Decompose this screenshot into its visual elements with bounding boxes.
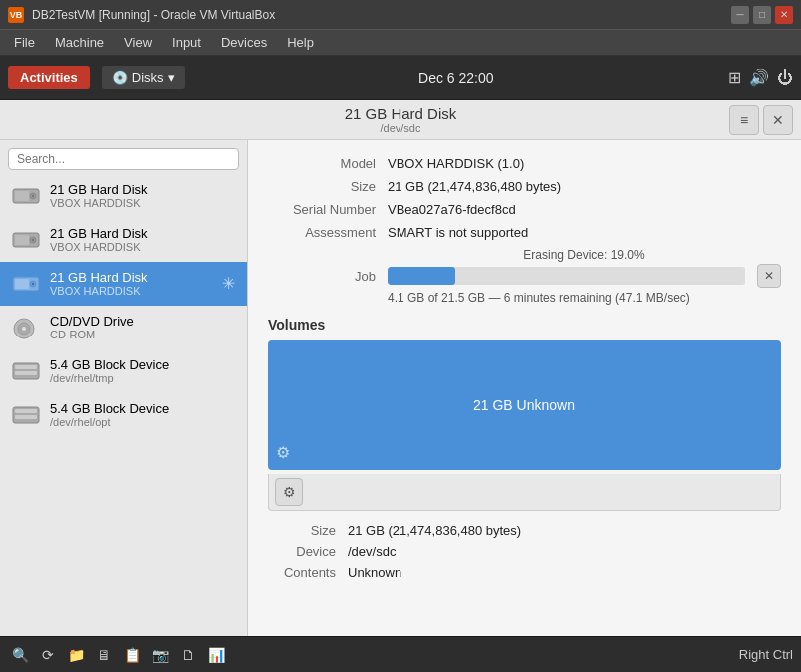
taskbar-search-icon[interactable]: 🔍 — [8, 643, 32, 667]
clock: Dec 6 22:00 — [185, 70, 728, 86]
progress-bar — [388, 267, 745, 285]
menu-file[interactable]: File — [4, 33, 45, 52]
size-value: 21 GB (21,474,836,480 bytes) — [388, 179, 561, 194]
volume-device-row: Device /dev/sdc — [268, 544, 781, 559]
assessment-value: SMART is not supported — [388, 225, 528, 240]
chevron-down-icon: ▾ — [168, 70, 175, 85]
window-title: DB2TestVM [Running] - Oracle VM VirtualB… — [32, 8, 723, 22]
block-icon — [12, 360, 40, 382]
assessment-label: Assessment — [268, 225, 388, 240]
device-info: 21 GB Hard Disk VBOX HARDDISK — [50, 226, 235, 253]
svg-rect-20 — [15, 415, 37, 419]
detail-panel: Model VBOX HARDDISK (1.0) Size 21 GB (21… — [248, 140, 801, 636]
activities-button[interactable]: Activities — [8, 66, 90, 89]
volume-toolbar: ⚙ — [268, 474, 781, 511]
disks-button[interactable]: 💿 Disks ▾ — [102, 66, 185, 89]
sidebar-item-hdd1[interactable]: 21 GB Hard Disk VBOX HARDDISK — [0, 174, 247, 218]
serial-value: VBea027a76-fdecf8cd — [388, 202, 516, 217]
spinner-icon: ✳ — [222, 274, 235, 293]
content-area: 21 GB Hard Disk VBOX HARDDISK 21 GB Hard… — [0, 140, 801, 636]
model-value: VBOX HARDDISK (1.0) — [388, 156, 524, 171]
taskbar: 🔍 ⟳ 📁 🖥 📋 📷 🗋 📊 Right Ctrl — [0, 636, 801, 672]
window-toolbar: ≡ ✕ — [729, 105, 793, 135]
job-row: Job Erasing Device: 19.0% ✕ 4.1 GB of 21… — [268, 248, 781, 305]
menu-input[interactable]: Input — [162, 33, 211, 52]
device-sub: VBOX HARDDISK — [50, 197, 235, 209]
device-info: 21 GB Hard Disk VBOX HARDDISK — [50, 182, 235, 209]
taskbar-chart-icon[interactable]: 📊 — [204, 643, 228, 667]
close-button[interactable]: ✕ — [775, 6, 793, 24]
sidebar-header — [0, 144, 247, 174]
model-row: Model VBOX HARDDISK (1.0) — [268, 156, 781, 171]
block-icon — [12, 404, 40, 426]
sidebar-item-hdd2[interactable]: 21 GB Hard Disk VBOX HARDDISK — [0, 218, 247, 262]
svg-rect-1 — [15, 191, 29, 201]
volume-visual: 21 GB Unknown ⚙ — [268, 340, 781, 470]
hdd-icon — [12, 273, 40, 295]
volume-gear-icon[interactable]: ⚙ — [276, 443, 290, 462]
serial-label: Serial Number — [268, 202, 388, 217]
title-bar: VB DB2TestVM [Running] - Oracle VM Virtu… — [0, 0, 801, 30]
sidebar-item-block1[interactable]: 5.4 GB Block Device /dev/rhel/tmp — [0, 349, 247, 393]
window-close-button[interactable]: ✕ — [763, 105, 793, 135]
taskbar-file-icon[interactable]: 🗋 — [176, 643, 200, 667]
stop-job-button[interactable]: ✕ — [757, 264, 781, 288]
device-sub: VBOX HARDDISK — [50, 241, 235, 253]
app-icon: VB — [8, 7, 24, 23]
taskbar-folder-icon[interactable]: 📁 — [64, 643, 88, 667]
job-status-text: Erasing Device: 19.0% — [388, 248, 781, 262]
volume-label: 21 GB Unknown — [473, 397, 575, 413]
device-info: CD/DVD Drive CD-ROM — [50, 314, 235, 340]
svg-point-7 — [32, 238, 34, 240]
window-title-bar: 21 GB Hard Disk /dev/sdc ≡ ✕ — [0, 100, 801, 140]
menu-machine[interactable]: Machine — [45, 33, 114, 52]
power-icon: ⏻ — [777, 69, 793, 87]
sidebar: 21 GB Hard Disk VBOX HARDDISK 21 GB Hard… — [0, 140, 248, 636]
volumes-header: Volumes — [268, 317, 781, 333]
main-window: 21 GB Hard Disk /dev/sdc ≡ ✕ — [0, 100, 801, 636]
app-bar: Activities 💿 Disks ▾ Dec 6 22:00 ⊞ 🔊 ⏻ — [0, 56, 801, 100]
volume-contents-value: Unknown — [348, 565, 401, 580]
sidebar-item-cdrom[interactable]: CD/DVD Drive CD-ROM — [0, 306, 247, 349]
volume-settings-button[interactable]: ⚙ — [275, 478, 303, 506]
sidebar-item-hdd3-active[interactable]: 21 GB Hard Disk VBOX HARDDISK ✳ — [0, 262, 247, 306]
sidebar-item-block2[interactable]: 5.4 GB Block Device /dev/rhel/opt — [0, 393, 247, 437]
volume-contents-label: Contents — [268, 565, 348, 580]
taskbar-clipboard-icon[interactable]: 📋 — [120, 643, 144, 667]
minimize-button[interactable]: ─ — [731, 6, 749, 24]
hdd-icon — [12, 229, 40, 251]
volume-device-value: /dev/sdc — [348, 544, 396, 559]
menu-view[interactable]: View — [114, 33, 162, 52]
device-name: 21 GB Hard Disk — [50, 226, 235, 241]
device-sub: /dev/rhel/tmp — [50, 372, 235, 384]
taskbar-right: Right Ctrl — [739, 647, 793, 662]
device-sub: /dev/rhel/opt — [50, 416, 235, 428]
menu-devices[interactable]: Devices — [211, 33, 277, 52]
menu-help[interactable]: Help — [277, 33, 324, 52]
search-input[interactable] — [8, 148, 239, 170]
volume-size-row: Size 21 GB (21,474,836,480 bytes) — [268, 523, 781, 538]
system-tray: ⊞ 🔊 ⏻ — [728, 68, 793, 87]
device-info: 5.4 GB Block Device /dev/rhel/tmp — [50, 357, 235, 384]
hamburger-menu-button[interactable]: ≡ — [729, 105, 759, 135]
size-label: Size — [268, 179, 388, 194]
volume-contents-row: Contents Unknown — [268, 565, 781, 580]
svg-rect-17 — [15, 371, 37, 375]
device-info: 5.4 GB Block Device /dev/rhel/opt — [50, 401, 235, 428]
model-label: Model — [268, 156, 388, 171]
cd-icon — [12, 317, 40, 338]
volume-size-value: 21 GB (21,474,836,480 bytes) — [348, 523, 521, 538]
assessment-row: Assessment SMART is not supported — [268, 225, 781, 240]
job-label: Job — [268, 269, 388, 284]
volume-size-label: Size — [268, 523, 348, 538]
svg-rect-16 — [15, 365, 37, 369]
device-name: 5.4 GB Block Device — [50, 401, 235, 416]
device-name: CD/DVD Drive — [50, 314, 235, 329]
volume-device-label: Device — [268, 544, 348, 559]
taskbar-terminal-icon[interactable]: 🖥 — [92, 643, 116, 667]
maximize-button[interactable]: □ — [753, 6, 771, 24]
sound-icon: 🔊 — [749, 68, 769, 87]
taskbar-camera-icon[interactable]: 📷 — [148, 643, 172, 667]
device-name: 21 GB Hard Disk — [50, 270, 212, 285]
taskbar-refresh-icon[interactable]: ⟳ — [36, 643, 60, 667]
